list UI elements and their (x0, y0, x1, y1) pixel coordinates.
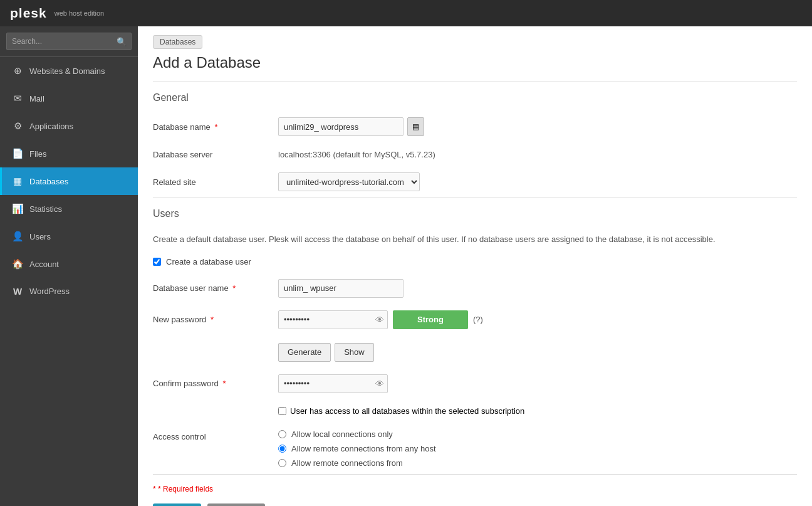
statistics-icon: 📊 (12, 203, 23, 214)
new-password-control: 👁 Strong (?) (278, 310, 483, 329)
page-title: Add a Database (138, 49, 812, 82)
files-icon: 📄 (12, 148, 23, 159)
generate-btn-row: Generate Show (278, 343, 374, 362)
sidebar-item-files[interactable]: 📄 Files (0, 140, 138, 167)
confirm-password-control: 👁 (278, 374, 388, 393)
database-name-icon-button[interactable]: ▤ (407, 117, 424, 136)
database-name-input[interactable] (278, 117, 403, 136)
action-buttons: OK Cancel (138, 498, 812, 507)
radio-local-label[interactable]: Allow local connections only (291, 430, 393, 439)
radio-remote-from-input[interactable] (278, 459, 286, 467)
general-section-heading: General (138, 82, 812, 111)
related-site-row: Related site unlimited-wordpress-tutoria… (153, 166, 797, 198)
sidebar-item-label: Files (29, 149, 46, 159)
related-site-label: Related site (153, 177, 278, 187)
generate-button[interactable]: Generate (278, 343, 331, 362)
sidebar-item-account[interactable]: 🏠 Account (0, 250, 138, 278)
new-password-row: New password * 👁 Strong (?) (153, 304, 797, 335)
mail-icon: ✉ (12, 93, 23, 104)
database-server-row: Database server localhost:3306 (default … (153, 142, 797, 166)
topbar: plesk web host edition (0, 0, 812, 26)
password-help-link[interactable]: (?) (473, 315, 483, 324)
new-password-input[interactable] (278, 310, 388, 329)
applications-icon: ⚙ (12, 120, 23, 132)
sidebar: 🔍 ⊕ Websites & Domains ✉ Mail ⚙ Applicat… (0, 26, 138, 506)
main-content: Databases Add a Database General Databas… (138, 26, 812, 506)
sidebar-item-label: Account (29, 260, 59, 269)
search-box[interactable]: 🔍 (0, 26, 138, 57)
databases-icon: ▦ (12, 176, 23, 187)
wordpress-icon: W (12, 286, 23, 297)
sidebar-item-label: Statistics (29, 204, 62, 214)
all-db-row: User has access to all databases within … (153, 399, 797, 423)
related-site-select[interactable]: unlimited-wordpress-tutorial.com (278, 172, 420, 191)
new-password-label: New password * (153, 315, 278, 324)
account-icon: 🏠 (12, 258, 23, 270)
database-server-label: Database server (153, 150, 278, 159)
confirm-password-input[interactable] (278, 374, 388, 393)
sidebar-item-label: Websites & Domains (29, 66, 105, 76)
sidebar-item-label: Applications (29, 122, 73, 131)
users-description: Create a default database user. Plesk wi… (138, 227, 812, 255)
database-name-row: Database name * ▤ (153, 111, 797, 142)
ok-button[interactable]: OK (153, 503, 201, 507)
password-strength-bar: Strong (393, 310, 468, 329)
sidebar-item-statistics[interactable]: 📊 Statistics (0, 195, 138, 223)
users-section-heading: Users (138, 198, 812, 227)
breadcrumb-bar: Databases (138, 26, 812, 49)
database-name-control: ▤ (278, 117, 424, 136)
confirm-password-eye-icon[interactable]: 👁 (375, 379, 384, 389)
sidebar-item-applications[interactable]: ⚙ Applications (0, 112, 138, 140)
database-server-value: localhost:3306 (default for MySQL, v5.7.… (278, 150, 435, 159)
cancel-button[interactable]: Cancel (207, 503, 265, 507)
all-databases-label[interactable]: User has access to all databases within … (290, 406, 524, 416)
show-button[interactable]: Show (335, 343, 374, 362)
radio-local-input[interactable] (278, 430, 286, 438)
password-eye-icon[interactable]: 👁 (375, 315, 384, 325)
password-input-wrapper: 👁 (278, 310, 388, 329)
search-input[interactable] (6, 33, 132, 50)
create-user-label[interactable]: Create a database user (166, 257, 251, 266)
database-name-label: Database name * (153, 122, 278, 132)
db-user-name-label: Database user name * (153, 283, 278, 293)
sidebar-item-websites[interactable]: ⊕ Websites & Domains (0, 57, 138, 85)
related-site-control: unlimited-wordpress-tutorial.com (278, 172, 420, 191)
sidebar-item-databases[interactable]: ▦ Databases (0, 167, 138, 195)
database-server-control: localhost:3306 (default for MySQL, v5.7.… (278, 150, 435, 159)
sidebar-item-label: Databases (29, 177, 68, 186)
radio-remote-from-label[interactable]: Allow remote connections from (291, 458, 403, 468)
required-note: * * Required fields (138, 475, 812, 498)
db-user-name-row: Database user name * (153, 273, 797, 304)
radio-remote-any-label[interactable]: Allow remote connections from any host (291, 444, 436, 453)
sidebar-item-wordpress[interactable]: W WordPress (0, 278, 138, 305)
radio-remote-from: Allow remote connections from (278, 458, 436, 468)
required-star: * (212, 122, 218, 132)
sidebar-item-label: Users (29, 232, 51, 241)
plesk-logo-text: plesk (10, 6, 47, 21)
access-control-radio-group: Allow local connections only Allow remot… (278, 430, 436, 468)
search-icon: 🔍 (117, 37, 127, 46)
radio-local: Allow local connections only (278, 430, 436, 439)
general-form: Database name * ▤ Database server localh… (138, 111, 812, 198)
generate-row: Generate Show (153, 335, 797, 368)
topbar-subtitle: web host edition (55, 9, 105, 17)
confirm-password-row: Confirm password * 👁 (153, 368, 797, 399)
confirm-password-wrapper: 👁 (278, 374, 388, 393)
confirm-password-label: Confirm password * (153, 379, 278, 388)
sidebar-item-users[interactable]: 👤 Users (0, 223, 138, 250)
users-icon: 👤 (12, 231, 23, 242)
create-user-checkbox[interactable] (153, 258, 161, 266)
websites-icon: ⊕ (12, 65, 23, 76)
sidebar-item-mail[interactable]: ✉ Mail (0, 85, 138, 112)
create-user-row: Create a database user (138, 255, 812, 273)
access-control-label: Access control (153, 430, 278, 441)
sidebar-item-label: WordPress (29, 287, 70, 296)
breadcrumb[interactable]: Databases (153, 35, 202, 49)
db-user-name-input[interactable] (278, 279, 403, 298)
users-form: Database user name * New password * 👁 St… (138, 273, 812, 423)
db-user-name-control (278, 279, 403, 298)
all-databases-checkbox[interactable] (278, 407, 286, 415)
access-control-row: Access control Allow local connections o… (138, 423, 812, 474)
radio-remote-any-input[interactable] (278, 445, 286, 453)
sidebar-item-label: Mail (29, 94, 44, 103)
